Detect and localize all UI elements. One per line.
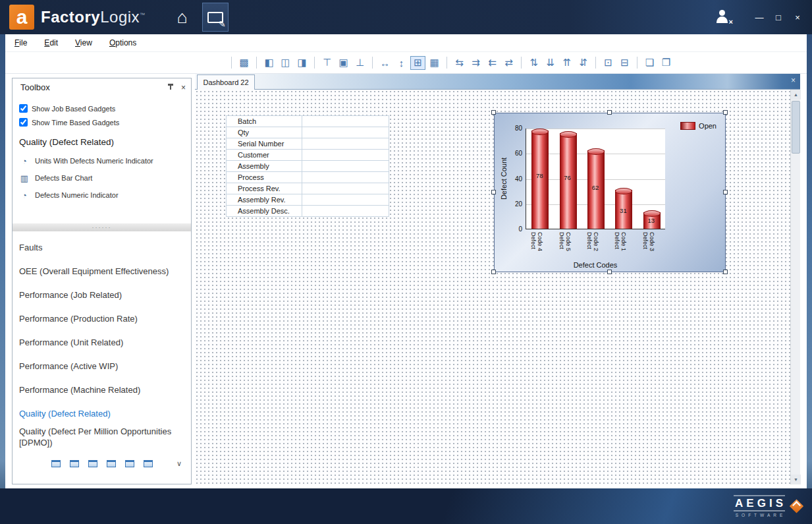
table-row-value [302,116,389,127]
checkbox-1[interactable] [19,118,28,127]
scroll-up-icon[interactable]: ▲ [791,90,801,100]
gadget-item-units-with-defects-numeric-indicator[interactable]: ◔Units With Defects Numeric Indicator [13,152,191,169]
bring-to-front-icon[interactable]: ❏ [642,56,657,70]
menu-edit[interactable]: Edit [44,38,58,47]
pin-icon[interactable] [167,84,175,92]
selection-handle[interactable] [723,190,728,194]
scrollbar-thumb[interactable] [792,101,800,154]
size-to-grid-icon[interactable]: ▦ [427,56,442,70]
category-quality-defect-per-million-opportunities-dpmo-[interactable]: Quality (Defect Per Million Opportunitie… [13,425,191,449]
pager-page-icon-2[interactable] [70,460,79,467]
gadget-item-defects-numeric-indicator[interactable]: ◔Defects Numeric Indicator [13,187,191,204]
table-row: Batch [227,116,389,127]
category-performance-job-related-[interactable]: Performance (Job Related) [13,283,191,306]
align-bottoms-icon[interactable]: ⊥ [352,56,367,70]
make-same-height-icon[interactable]: ↕ [394,56,409,70]
y-tick-label: 20 [506,200,522,208]
pager-page-icon-5[interactable] [125,460,134,467]
center-vertically-icon[interactable]: ⊟ [617,56,632,70]
toolbox-close-icon[interactable]: × [181,83,186,92]
selection-handle[interactable] [491,270,496,274]
user-logout-button[interactable]: × [715,11,730,23]
brand-name: FactoryLogix™ [41,8,146,26]
layout-toolbar: ▩◧◫◨⊤▣⊥↔↕⊞▦⇆⇉⇇⇄⇅⇊⇈⇵⊡⊟❏❐ [5,52,807,74]
align-middles-icon[interactable]: ▣ [336,56,351,70]
remove-vertical-spacing-icon[interactable]: ⇵ [576,56,591,70]
increase-vertical-spacing-icon[interactable]: ⇊ [543,56,558,70]
gadget-item-defects-bar-chart[interactable]: ▥Defects Bar Chart [13,169,191,187]
table-row: Assembly [227,161,389,172]
home-button[interactable]: ⌂ [169,3,196,32]
menu-file[interactable]: File [14,38,27,47]
center-horizontally-icon[interactable]: ⊡ [601,56,616,70]
gadget-label: Defects Bar Chart [35,174,92,182]
toolbox-pager: ∨ [13,455,191,471]
menu-view[interactable]: View [75,38,92,47]
align-lefts-icon[interactable]: ◧ [261,56,277,70]
table-row-value [302,161,389,172]
table-row: Serial Number [227,138,389,150]
category-performance-machine-related-[interactable]: Performance (Machine Related) [13,378,191,401]
remove-horizontal-spacing-icon[interactable]: ⇄ [501,56,516,70]
category-faults[interactable]: Faults [13,235,191,259]
tab-dashboard-22[interactable]: Dashboard 22 [197,74,255,90]
dashboard-tabstrip: Dashboard 22 × [195,74,800,90]
scroll-down-icon[interactable]: ▼ [791,475,801,484]
toolbox-splitter[interactable]: ······ [13,223,191,231]
table-row: Assembly Desc. [227,206,389,217]
pager-page-icon-4[interactable] [107,460,116,467]
chevron-down-icon[interactable]: ∨ [176,459,182,468]
gadget-list: ◔Units With Defects Numeric Indicator▥De… [13,152,191,204]
selection-handle[interactable] [607,110,612,115]
defects-bar-chart-gadget[interactable]: Open Defect Count Defect Codes 020406080… [494,113,726,272]
close-button[interactable]: × [792,11,803,24]
maximize-button[interactable]: □ [773,11,784,24]
snap-to-grid-icon[interactable]: ▩ [236,56,252,70]
table-row-label: Batch [227,116,302,127]
increase-horizontal-spacing-icon[interactable]: ⇉ [468,56,483,70]
pager-page-icon-3[interactable] [88,460,97,467]
selection-handle[interactable] [723,110,728,115]
category-quality-defect-related-[interactable]: Quality (Defect Related) [13,401,191,425]
selection-handle[interactable] [607,270,612,274]
toolbar-separator [314,57,315,69]
trademark: ™ [140,12,146,18]
category-performance-production-rate-[interactable]: Performance (Production Rate) [13,306,191,330]
dashboard-designer-button[interactable]: ✎ [202,3,229,32]
brand-bold: Factory [41,8,100,26]
design-canvas[interactable]: BatchQtySerial NumberCustomerAssemblyPro… [195,90,790,484]
make-same-size-icon[interactable]: ⊞ [410,56,425,70]
space-equally-horizontal-icon[interactable]: ⇆ [452,56,467,70]
align-centers-icon[interactable]: ◫ [278,56,293,70]
toolbar-separator [447,57,447,69]
space-equally-vertical-icon[interactable]: ⇅ [526,56,541,70]
selection-handle[interactable] [491,190,496,194]
aegis-software-label: SOFTWARE [736,513,786,517]
make-same-width-icon[interactable]: ↔ [377,56,392,70]
category-oee-overall-equipment-effectiveness-[interactable]: OEE (Overall Equipment Effectiveness) [13,259,191,283]
pager-page-icon-6[interactable] [144,460,153,467]
menu-options[interactable]: Options [109,38,136,47]
decrease-horizontal-spacing-icon[interactable]: ⇇ [485,56,500,70]
category-performance-unit-related-[interactable]: Performance (Unit Related) [13,330,191,354]
category-performance-active-wip-[interactable]: Performance (Active WIP) [13,354,191,378]
decrease-vertical-spacing-icon[interactable]: ⇈ [559,56,574,70]
selection-handle[interactable] [723,270,728,274]
vertical-scrollbar[interactable]: ▲ ▼ [790,90,800,484]
selection-handle[interactable] [491,110,496,115]
table-row: Customer [227,150,389,161]
pager-page-icon-1[interactable] [51,460,61,467]
dashboard-close-icon[interactable]: × [791,76,796,85]
checkbox-0[interactable] [19,104,28,113]
send-to-back-icon[interactable]: ❐ [659,56,674,70]
y-tick-label: 60 [506,150,522,157]
aegis-logo: AEGIS SOFTWARE [732,496,801,517]
table-row-value [302,194,389,206]
minimize-button[interactable]: — [754,11,765,24]
toolbox-panel: Toolbox × Show Job Based GadgetsShow Tim… [12,78,192,484]
align-rights-icon[interactable]: ◨ [294,56,310,70]
align-tops-icon[interactable]: ⊤ [319,56,335,70]
gauge-icon: ◔ [19,190,30,200]
gridline [526,129,665,129]
table-gadget[interactable]: BatchQtySerial NumberCustomerAssemblyPro… [226,115,389,217]
